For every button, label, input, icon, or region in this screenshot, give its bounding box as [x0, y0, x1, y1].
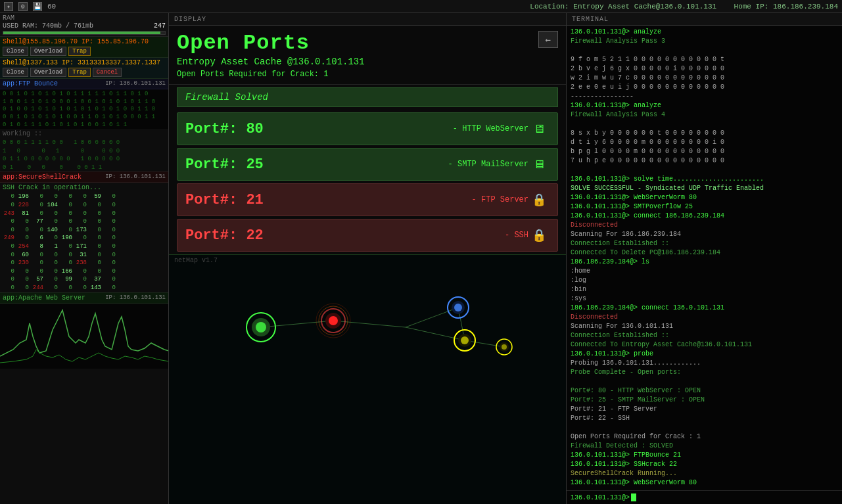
- terminal-line: Disconnected: [571, 221, 838, 230]
- app-apache-ip: IP: 136.0.101.131: [105, 294, 166, 302]
- port-list: Port#: 80- HTTP WebServer🖥Port#: 25- SMT…: [169, 110, 566, 254]
- terminal-line: Port#: 22 - SSH: [571, 414, 838, 423]
- back-button[interactable]: ←: [538, 31, 558, 48]
- port-row-locked[interactable]: Port#: 22- SSH🔒: [177, 219, 558, 252]
- port-number: Port#: 22: [185, 227, 500, 244]
- terminal-line: Connected To Entropy Asset Cache@136.0.1…: [571, 340, 838, 350]
- terminal-line: Port#: 80 - HTTP WebServer : OPEN: [571, 386, 838, 396]
- terminal-line: 136.0.101.131@> analyze: [571, 28, 838, 37]
- open-ports-title: Open Ports: [177, 31, 365, 55]
- table-row: 022801040000: [1, 201, 167, 210]
- terminal-line: 136.0.101.131@> FTPBounce 21: [571, 451, 838, 460]
- unlock-icon: 🖥: [528, 118, 550, 139]
- terminal-prompt-display: 136.0.101.131@>: [571, 494, 630, 501]
- app-ssh-block: app:SecureShellCrack IP: 136.0.101.131: [0, 172, 168, 183]
- terminal-line: b p g l 0 0 0 0 m 0 0 0 0 0 0 0 0 0 0 0: [571, 147, 838, 156]
- terminal-line: :bin: [571, 285, 838, 294]
- matrix-numbers: 0 0 0 1 1 1 1 0 0 1 0 0 0 0 0 0 1 0 0 1 …: [0, 139, 168, 172]
- port-number: Port#: 80: [185, 121, 448, 137]
- terminal-line: 9 f o m 5 2 1 1 0 0 0 0 0 0 0 0 0 0 0 t: [571, 55, 838, 64]
- terminal-line: ----------------: [571, 92, 838, 101]
- terminal-line: Scanning For 186.186.239.184: [571, 230, 838, 239]
- netmap-section: netMap v1.7: [169, 254, 566, 504]
- ram-bar: [3, 31, 166, 35]
- lock-icon: 🔒: [528, 225, 550, 246]
- terminal-line: :home: [571, 267, 838, 276]
- terminal-header: TERMINAL: [567, 13, 842, 26]
- shell-block-1: Shell@155.85.196.70 IP: 155.85.196.70 Cl…: [0, 37, 168, 58]
- top-bar: ✦ ⚙ 💾 60 Location: Entropy Asset Cache@1…: [0, 0, 842, 13]
- terminal-line: Firewall Analysis Pass 4: [571, 110, 838, 120]
- lock-icon: 🔒: [528, 189, 550, 210]
- terminal-line: 8 s x b y 0 0 0 0 0 0 t 0 0 0 0 0 0 0 0: [571, 129, 838, 138]
- terminal-line: 136.0.101.131@> WebServerWorm 80: [571, 193, 838, 202]
- svg-line-2: [406, 308, 458, 327]
- svg-point-11: [329, 316, 338, 325]
- terminal-line: Firewall Detected : SOLVED: [571, 442, 838, 451]
- table-row: 0600003100: [1, 251, 167, 260]
- terminal-line: :log: [571, 276, 838, 285]
- port-row-open[interactable]: Port#: 80- HTTP WebServer🖥: [177, 112, 558, 145]
- terminal-line: 136.0.101.131@> analyze: [571, 101, 838, 110]
- terminal-line: 186.186.239.184@> connect 136.0.101.131: [571, 304, 838, 313]
- close-btn-1[interactable]: Close: [3, 47, 28, 56]
- right-panel: TERMINAL z l f i n c z t 1 1 6 k 8 j 0 0…: [566, 13, 842, 504]
- shell-block-2: Shell@1337.133 IP: 33133313337.1337.1337…: [0, 58, 168, 79]
- ram-num: 247: [154, 22, 166, 30]
- table-row: 002440001430: [1, 284, 167, 292]
- port-service-name: - SSH: [505, 231, 528, 240]
- port-service-name: - FTP Server: [472, 195, 528, 204]
- display-title: DISPLAY: [174, 16, 206, 23]
- save-icon[interactable]: 💾: [33, 2, 42, 11]
- graph-section: [0, 303, 168, 369]
- settings-icon[interactable]: ✦: [4, 2, 13, 11]
- trap-btn-2[interactable]: Trap: [68, 68, 91, 77]
- port-row-open[interactable]: Port#: 25- SMTP MailServer🖥: [177, 148, 558, 181]
- main-layout: RAM USED RAM: 740mb / 761mb 247 Shell@15…: [0, 13, 842, 504]
- trap-btn-1[interactable]: Trap: [68, 47, 91, 56]
- ram-section: RAM USED RAM: 740mb / 761mb 247: [0, 13, 168, 37]
- terminal-line: 136.0.101.131@> WebServerWorm 80: [571, 478, 838, 488]
- cancel-btn-2[interactable]: Cancel: [93, 68, 122, 77]
- close-btn-2[interactable]: Close: [3, 68, 28, 77]
- terminal-line: 136.0.101.131@> SSHcrack 22: [571, 460, 838, 469]
- terminal-line: 7 u h p e 0 0 0 0 0 0 0 0 0 0 0 0 0 0 0: [571, 156, 838, 166]
- working-text: Working ::: [0, 129, 168, 139]
- terminal-line: Open Ports Required for Crack : 1: [571, 432, 838, 442]
- top-bar-left: ✦ ⚙ 💾 60: [4, 2, 56, 11]
- table-row: 023000023800: [1, 259, 167, 267]
- terminal-input-row[interactable]: 136.0.101.131@>: [567, 490, 842, 504]
- terminal-line: Port#: 25 - SMTP MailServer : OPEN: [571, 396, 838, 405]
- timer-display: 60: [47, 3, 56, 11]
- app-ftp-title: app:FTP Bounce: [3, 80, 58, 87]
- terminal-line: Scanning For 136.0.101.131: [571, 322, 838, 331]
- table-row: 000140017300: [1, 226, 167, 235]
- port-row-locked[interactable]: Port#: 21- FTP Server🔒: [177, 183, 558, 216]
- terminal-cursor: [631, 493, 636, 501]
- terminal-line: [571, 46, 838, 55]
- terminal-line: w 2 i m w u 7 c 0 0 0 0 0 0 0 0 0 0 0 0: [571, 74, 838, 83]
- open-ports-required: Open Ports Required for Crack: 1: [177, 70, 365, 79]
- terminal-line: Connected To Delete PC@186.186.239.184: [571, 248, 838, 258]
- data-table: 0196000059002280104000024381000000007700…: [0, 193, 168, 292]
- binary-display: 0 0 1 0 1 0 1 0 1 0 1 1 1 1 1 0 1 1 0 1 …: [0, 89, 168, 129]
- shell-addr-1: Shell@155.85.196.70 IP: 155.85.196.70: [3, 38, 166, 45]
- overload-btn-1[interactable]: Overload: [30, 47, 66, 56]
- overload-btn-2[interactable]: Overload: [30, 68, 66, 77]
- terminal-line: Probe Complete - Open ports:: [571, 368, 838, 377]
- svg-point-22: [502, 344, 507, 350]
- table-row: 025481017100: [1, 242, 167, 251]
- table-row: 249060190000: [1, 234, 167, 242]
- left-panel: RAM USED RAM: 740mb / 761mb 247 Shell@15…: [0, 13, 169, 504]
- location-display: Location: Entropy Asset Cache@136.0.101.…: [530, 3, 838, 11]
- terminal-line: 136.0.101.131@> solve time..............…: [571, 175, 838, 184]
- ram-title: RAM: [3, 14, 166, 22]
- port-service-name: - HTTP WebServer: [453, 124, 528, 133]
- terminal-line: :sys: [571, 294, 838, 304]
- shell-addr-2: Shell@1337.133 IP: 33133313337.1337.1337: [3, 59, 166, 66]
- firewall-banner: Firewall Solved: [177, 87, 558, 107]
- netmap-title: netMap v1.7: [169, 255, 566, 266]
- wrench-icon[interactable]: ⚙: [18, 2, 28, 11]
- ram-bar-row: USED RAM: 740mb / 761mb 247: [3, 22, 166, 30]
- port-number: Port#: 21: [185, 192, 467, 208]
